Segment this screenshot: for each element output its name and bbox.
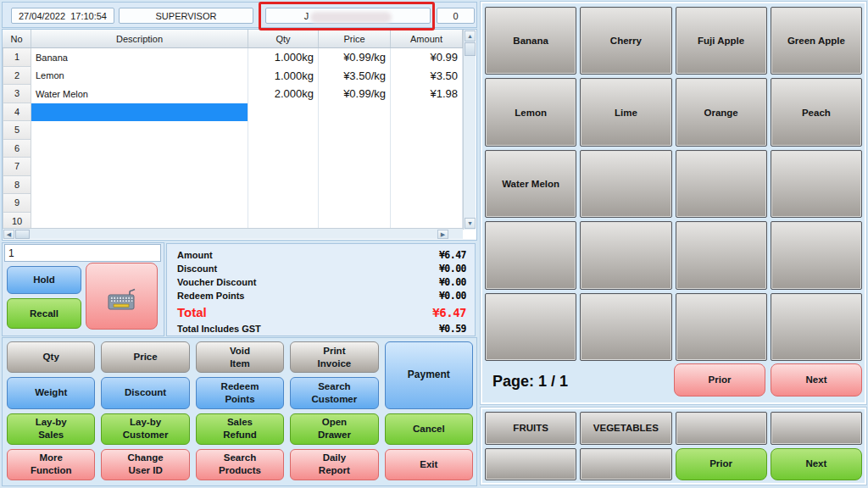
- counter-display: 0: [437, 8, 475, 24]
- table-row[interactable]: 1 Banana 1.000kg ¥0.99/kg ¥0.99: [3, 48, 463, 67]
- product-button-lime[interactable]: Lime: [580, 78, 671, 146]
- vertical-scroll-thumb[interactable]: [465, 42, 476, 56]
- table-row[interactable]: 2 Lemon 1.000kg ¥3.50/kg ¥3.50: [3, 67, 463, 86]
- totals-summary: Amount¥6.47 Discount¥0.00 Voucher Discou…: [166, 243, 476, 336]
- void-item-button[interactable]: Void Item: [196, 341, 284, 373]
- product-button-banana[interactable]: Banana: [485, 7, 576, 75]
- category-button-vegetables[interactable]: VEGETABLES: [580, 412, 671, 445]
- more-function-button[interactable]: More Function: [7, 449, 95, 480]
- product-button-empty[interactable]: [771, 150, 862, 218]
- scroll-left-icon[interactable]: ◀: [3, 230, 14, 239]
- category-button-fruits[interactable]: FRUITS: [485, 412, 576, 445]
- search-products-button[interactable]: Search Products: [196, 449, 284, 480]
- qty-button[interactable]: Qty: [7, 341, 95, 373]
- product-button-empty[interactable]: [771, 293, 862, 361]
- table-row[interactable]: 3 Water Melon 2.000kg ¥0.99/kg ¥1.98: [3, 85, 463, 103]
- redeem-points-button[interactable]: Redeem Points: [196, 377, 284, 408]
- summary-value: ¥0.00: [439, 263, 466, 274]
- table-header: No Description Qty Price Amount: [3, 30, 463, 48]
- row-number-cell: 1: [3, 48, 31, 67]
- price-cell: ¥3.50/kg: [319, 67, 391, 86]
- price-cell: [319, 140, 391, 158]
- row-number-cell: 3: [3, 85, 31, 103]
- table-row[interactable]: 9: [3, 194, 463, 213]
- amount-cell: [391, 176, 463, 195]
- product-button-green-apple[interactable]: Green Apple: [771, 7, 862, 75]
- product-button-empty[interactable]: [485, 293, 576, 361]
- product-button-empty[interactable]: [771, 221, 862, 289]
- category-button-empty[interactable]: [485, 448, 576, 481]
- row-number-cell: 7: [3, 158, 31, 176]
- product-button-empty[interactable]: [676, 293, 767, 361]
- product-button-empty[interactable]: [676, 150, 767, 218]
- product-button-orange[interactable]: Orange: [676, 78, 767, 146]
- layby-sales-button[interactable]: Lay-by Sales: [7, 413, 95, 445]
- category-button-empty[interactable]: [676, 412, 767, 445]
- sales-refund-button[interactable]: Sales Refund: [196, 413, 284, 445]
- summary-label: Discount: [177, 263, 217, 274]
- description-cell: Water Melon: [31, 85, 248, 103]
- product-button-empty[interactable]: [580, 293, 671, 361]
- search-customer-button[interactable]: Search Customer: [290, 377, 378, 408]
- price-button[interactable]: Price: [101, 341, 189, 373]
- product-button-empty[interactable]: [676, 221, 767, 289]
- page-indicator: Page: 1 / 1: [492, 373, 568, 391]
- product-button-peach[interactable]: Peach: [771, 78, 862, 146]
- row-number-cell: 8: [3, 176, 31, 195]
- table-row-selected[interactable]: 4: [3, 103, 463, 122]
- amount-cell: ¥1.98: [391, 85, 463, 103]
- vertical-scrollbar[interactable]: ▲ ▼: [463, 30, 476, 230]
- hold-button[interactable]: Hold: [7, 266, 81, 294]
- product-button-empty[interactable]: [485, 221, 576, 289]
- product-button-water-melon[interactable]: Water Melon: [485, 150, 576, 218]
- table-row[interactable]: 8: [3, 176, 463, 195]
- category-prior-button[interactable]: Prior: [676, 448, 767, 481]
- amount-cell: [391, 121, 463, 140]
- top-status-bar: 27/04/2022 17:10:54 SUPERVISOR J 0: [2, 2, 477, 28]
- amount-cell: [391, 194, 463, 213]
- product-button-cherry[interactable]: Cherry: [580, 7, 671, 75]
- product-next-button[interactable]: Next: [771, 363, 862, 396]
- category-button-empty[interactable]: [771, 412, 862, 445]
- exit-button[interactable]: Exit: [385, 449, 473, 480]
- product-prior-button[interactable]: Prior: [674, 363, 765, 396]
- daily-report-button[interactable]: Daily Report: [290, 449, 378, 480]
- payment-button[interactable]: Payment: [385, 341, 473, 409]
- price-cell: [319, 121, 391, 140]
- horizontal-scrollbar[interactable]: ◀ ▶: [3, 228, 463, 239]
- amount-cell: [391, 103, 463, 122]
- change-user-id-button[interactable]: Change User ID: [101, 449, 189, 480]
- description-cell: Banana: [31, 48, 248, 67]
- product-button-empty[interactable]: [580, 150, 671, 218]
- table-row[interactable]: 5: [3, 121, 463, 140]
- recall-button[interactable]: Recall: [7, 298, 81, 329]
- product-button-fuji-apple[interactable]: Fuji Apple: [676, 7, 767, 75]
- layby-customer-button[interactable]: Lay-by Customer: [101, 413, 189, 445]
- description-cell: [31, 140, 248, 158]
- summary-value: ¥6.47: [439, 249, 466, 261]
- weight-button[interactable]: Weight: [7, 377, 95, 408]
- scroll-up-icon[interactable]: ▲: [465, 30, 476, 42]
- summary-value: ¥0.00: [439, 290, 466, 302]
- qty-cell: 2.000kg: [248, 85, 319, 103]
- discount-button[interactable]: Discount: [101, 377, 189, 408]
- product-button-empty[interactable]: [580, 221, 671, 289]
- scroll-down-icon[interactable]: ▼: [465, 218, 476, 229]
- quantity-entry-input[interactable]: [4, 244, 161, 262]
- open-drawer-button[interactable]: Open Drawer: [290, 413, 378, 445]
- table-row[interactable]: 7: [3, 158, 463, 176]
- category-next-button[interactable]: Next: [771, 448, 862, 481]
- description-cell: Lemon: [31, 67, 248, 86]
- function-grid: Qty Price Void Item Print Invoice Paymen…: [7, 341, 473, 480]
- description-cell: [31, 176, 248, 195]
- table-row[interactable]: 6: [3, 140, 463, 158]
- category-button-empty[interactable]: [580, 448, 671, 481]
- print-invoice-button[interactable]: Print Invoice: [290, 341, 378, 373]
- on-screen-keyboard-button[interactable]: [86, 263, 158, 330]
- cancel-button[interactable]: Cancel: [385, 413, 473, 445]
- horizontal-scroll-thumb[interactable]: [15, 230, 30, 239]
- product-button-lemon[interactable]: Lemon: [485, 78, 576, 146]
- scroll-right-icon[interactable]: ▶: [437, 230, 448, 239]
- header-price: Price: [319, 30, 391, 47]
- amount-cell: ¥3.50: [391, 67, 463, 86]
